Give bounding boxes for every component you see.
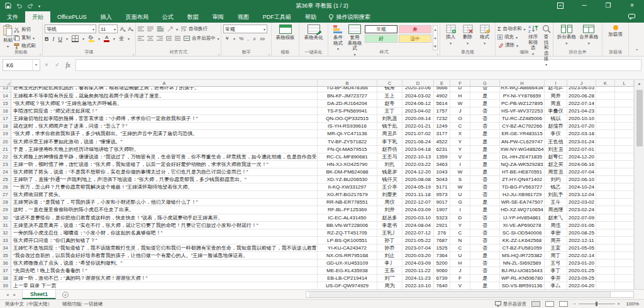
cell[interactable]: 李开 bbox=[545, 275, 567, 282]
cell[interactable]: MR-QI-YC471136 bbox=[318, 130, 377, 138]
ribbon-tab[interactable]: 视图 bbox=[231, 11, 256, 23]
cell[interactable]: 赵儒乔 bbox=[545, 123, 567, 130]
cell[interactable]: 否 bbox=[470, 191, 500, 199]
cell[interactable]: I bbox=[450, 206, 470, 214]
cell[interactable]: 王乳丿 bbox=[377, 229, 402, 237]
cell[interactable]: 王婶听了，直接“扑通”一声跪到地上，声泪俱下地说道：“张大师，只要你愿意帮我，多… bbox=[11, 176, 318, 184]
cell[interactable]: 张大师摇了摇头，说道：“不是我不想帮你，实在是你做的事情太过分，它们也只是为自己… bbox=[11, 168, 318, 176]
cancel-entry-icon[interactable]: × bbox=[42, 59, 52, 71]
cell[interactable]: 周丁 bbox=[545, 252, 567, 260]
cell[interactable]: 李仪 bbox=[545, 130, 567, 138]
cell[interactable]: 否 bbox=[470, 176, 500, 184]
row-number[interactable]: 37 bbox=[0, 267, 11, 275]
add-sheet-button[interactable]: + bbox=[56, 290, 75, 299]
cell[interactable] bbox=[596, 146, 615, 153]
shrink-font-button[interactable]: A▾ bbox=[128, 26, 134, 32]
row-number[interactable]: 17 bbox=[0, 115, 11, 123]
cell[interactable]: LP-BS-QK100551 bbox=[318, 237, 377, 245]
cell[interactable]: 周丑乒 bbox=[377, 130, 402, 138]
cell[interactable]: 2022-07-04 bbox=[567, 168, 596, 176]
underline-button[interactable]: U bbox=[58, 36, 63, 42]
cell[interactable]: EB-LB-CP219414 bbox=[318, 275, 377, 282]
cell[interactable]: H bbox=[450, 260, 470, 267]
cell[interactable] bbox=[596, 191, 615, 199]
row-number[interactable]: 14 bbox=[0, 92, 11, 100]
cell[interactable]: ME-EG-KL435938 bbox=[318, 267, 377, 275]
table-template-button[interactable]: 表格模板 bbox=[275, 24, 296, 41]
cell[interactable]: 2024-08-04 bbox=[402, 222, 434, 229]
cell[interactable]: 3463 bbox=[434, 161, 450, 168]
cell[interactable]: 是 bbox=[470, 138, 500, 146]
cell[interactable]: 是 bbox=[470, 130, 500, 138]
bold-button[interactable]: B bbox=[45, 36, 49, 42]
sheet-next-icon[interactable]: ▸ bbox=[14, 292, 16, 297]
cell[interactable]: 2024-03-02 bbox=[402, 92, 434, 100]
cell[interactable]: 王丁 bbox=[377, 107, 402, 115]
cell[interactable]: 9060 bbox=[434, 267, 450, 275]
cell[interactable]: 王婶哭诉道：“是我错了，可我的孩子，小发和小财还那么小，他们又做错什么了！” bbox=[11, 199, 318, 206]
font-size-select[interactable]: 11▾ bbox=[99, 25, 118, 33]
cell[interactable]: 赵之买 bbox=[545, 161, 567, 168]
cell[interactable]: 一旁的陈小虎没忍住，嘟囔道：“小发小财，你这起的名真够俗吧！” bbox=[11, 229, 318, 237]
cell[interactable]: 周开 bbox=[545, 237, 567, 245]
cell[interactable] bbox=[596, 229, 615, 237]
ribbon-tab[interactable]: 插入 bbox=[94, 11, 119, 23]
row-number[interactable]: 18 bbox=[0, 123, 11, 130]
cell[interactable] bbox=[596, 176, 615, 184]
dialog-launcher-icon[interactable]: ⌟ bbox=[132, 51, 134, 55]
row-number[interactable]: 26 bbox=[0, 184, 11, 191]
cell[interactable]: 2020-01-25 bbox=[567, 267, 596, 275]
cell[interactable]: 2022-01-21 bbox=[402, 123, 434, 130]
cell[interactable]: “张大师呢？张大师呢？”王婶焦急地大声呼喊着。 bbox=[11, 100, 318, 107]
cell[interactable]: 否 bbox=[470, 184, 500, 191]
cell[interactable]: 5614 bbox=[434, 100, 450, 107]
cell[interactable]: 2022-02-14 bbox=[567, 252, 596, 260]
cell[interactable]: DA-ZD-RJ164204 bbox=[318, 100, 377, 107]
cell[interactable]: XD-YZ-BU206530 bbox=[318, 176, 377, 184]
cell[interactable]: 是 bbox=[470, 206, 500, 214]
cell[interactable] bbox=[615, 206, 634, 214]
cell[interactable]: I bbox=[450, 161, 470, 168]
cell[interactable]: BJ-RU-UO815443 bbox=[500, 267, 545, 275]
cell[interactable]: TS-FS-PN569941 bbox=[318, 107, 377, 115]
cell[interactable]: IC-EC-AL431450 bbox=[318, 214, 377, 222]
sheet-prev-icon[interactable]: ◂ bbox=[6, 292, 9, 297]
cell[interactable]: 刘井 bbox=[377, 206, 402, 214]
cell[interactable] bbox=[615, 245, 634, 252]
align-top-icon[interactable] bbox=[138, 26, 144, 31]
cell[interactable]: 7364 bbox=[434, 252, 450, 260]
cell[interactable]: 5043 bbox=[434, 176, 450, 184]
delete-cells-button[interactable]: 删除▾ bbox=[462, 24, 474, 47]
percent-style-button[interactable]: % bbox=[239, 36, 243, 41]
column-header[interactable]: J bbox=[567, 80, 596, 87]
row-number[interactable]: 23 bbox=[0, 161, 11, 168]
column-header[interactable]: K bbox=[596, 80, 615, 87]
cell[interactable]: 周并 bbox=[545, 92, 567, 100]
cell[interactable]: 2020-09-14 bbox=[402, 115, 434, 123]
page-break-view-icon[interactable] bbox=[559, 301, 568, 307]
cell[interactable]: PY-NI-YY876659 bbox=[500, 92, 545, 100]
align-bottom-icon[interactable] bbox=[157, 26, 164, 32]
comment-icon[interactable] bbox=[628, 14, 635, 19]
autosum-button[interactable]: Σ自动求和▾ bbox=[497, 25, 526, 33]
cell[interactable]: 孙乔 bbox=[377, 245, 402, 252]
merge-center-button[interactable]: 合并后居中▾ bbox=[184, 35, 219, 42]
cell[interactable]: 王婶忙不迭地回应：“我知道错了，我不该随意殴打生灵，我知道它们和我们一样都拥有宝… bbox=[11, 245, 318, 252]
cell[interactable]: HN-XJ-XO425790 bbox=[318, 161, 377, 168]
cell[interactable]: 2023-07-04 bbox=[402, 245, 434, 252]
cell[interactable]: 2023-01-20 bbox=[567, 260, 596, 267]
cell[interactable]: 李丁 bbox=[545, 267, 567, 275]
cell[interactable]: YI-KU-CA243472 bbox=[318, 245, 377, 252]
row-number[interactable]: 31 bbox=[0, 222, 11, 229]
cell[interactable]: 周直 bbox=[545, 100, 567, 107]
cell[interactable]: 2021-05-05 bbox=[567, 245, 596, 252]
dialog-launcher-icon[interactable]: ⌟ bbox=[39, 51, 41, 55]
cell[interactable]: 否 bbox=[470, 214, 500, 222]
phonetic-button[interactable]: 变 bbox=[119, 35, 124, 42]
cell[interactable] bbox=[596, 100, 615, 107]
cell[interactable]: 是 bbox=[470, 146, 500, 153]
cell[interactable]: 李陌连忙回应道：“师父还没起床呢！” bbox=[11, 107, 318, 115]
cell[interactable]: GD-UX-XU453109 bbox=[318, 260, 377, 267]
minimize-button[interactable]: ─ bbox=[572, 0, 596, 11]
cell[interactable]: SC-SI-OD540006 bbox=[500, 229, 545, 237]
